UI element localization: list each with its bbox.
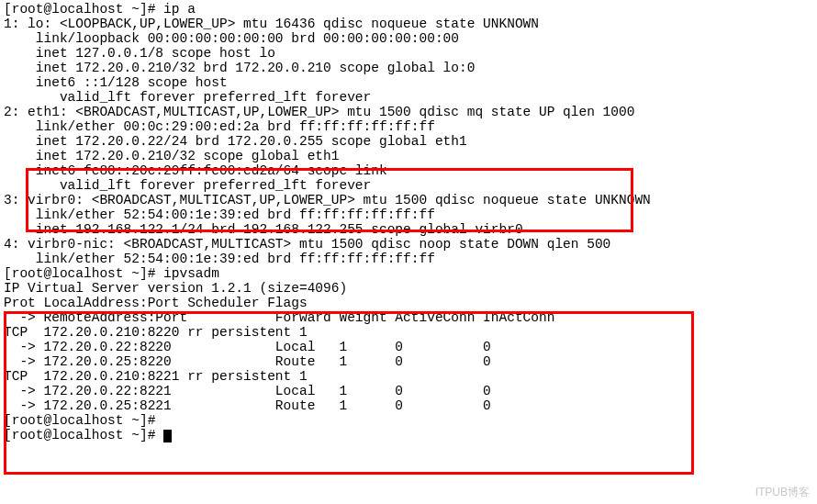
output-line: 3: virbr0: <BROADCAST,MULTICAST,UP,LOWER… (4, 193, 651, 207)
output-line: IP Virtual Server version 1.2.1 (size=40… (4, 281, 347, 296)
output-line: valid_lft forever preferred_lft forever (4, 90, 371, 105)
command-text: ip a (163, 2, 196, 17)
output-line: inet 172.20.0.210/32 brd 172.20.0.210 sc… (4, 61, 475, 75)
output-line: inet 192.168.122.1/24 brd 192.168.122.25… (4, 222, 523, 237)
terminal-output: [root@localhost ~]# ip a 1: lo: <LOOPBAC… (0, 0, 817, 442)
output-line: valid_lft forever preferred_lft forever (4, 178, 371, 193)
output-line: inet 127.0.0.1/8 scope host lo (4, 46, 275, 61)
output-line: -> 172.20.0.22:8221 Local 1 0 0 (4, 384, 491, 398)
output-line: inet 172.20.0.22/24 brd 172.20.0.255 sco… (4, 134, 467, 149)
watermark: ITPUB博客 (755, 485, 810, 500)
output-line: -> 172.20.0.25:8220 Route 1 0 0 (4, 354, 491, 369)
output-line: -> 172.20.0.25:8221 Route 1 0 0 (4, 398, 491, 413)
output-line: 1: lo: <LOOPBACK,UP,LOWER_UP> mtu 16436 … (4, 17, 539, 31)
output-line: TCP 172.20.0.210:8221 rr persistent 1 (4, 369, 308, 384)
cursor-icon (163, 430, 172, 442)
output-line: link/ether 52:54:00:1e:39:ed brd ff:ff:f… (4, 252, 435, 266)
output-line: link/loopback 00:00:00:00:00:00 brd 00:0… (4, 31, 459, 46)
output-line: link/ether 00:0c:29:00:ed:2a brd ff:ff:f… (4, 119, 435, 134)
output-line: link/ether 52:54:00:1e:39:ed brd ff:ff:f… (4, 207, 435, 222)
output-line: TCP 172.20.0.210:8220 rr persistent 1 (4, 325, 308, 340)
output-line: inet6 ::1/128 scope host (4, 75, 228, 90)
command-text: ipvsadm (163, 266, 219, 281)
output-line: 4: virbr0-nic: <BROADCAST,MULTICAST> mtu… (4, 237, 610, 252)
output-line: -> RemoteAddress:Port Forward Weight Act… (4, 310, 554, 325)
output-line: inet6 fe80::20c:29ff:fe00:ed2a/64 scope … (4, 163, 387, 178)
output-line: Prot LocalAddress:Port Scheduler Flags (4, 296, 308, 310)
prompt: [root@localhost ~]# (4, 266, 163, 281)
prompt[interactable]: [root@localhost ~]# (4, 428, 163, 442)
output-line: inet 172.20.0.210/32 scope global eth1 (4, 149, 339, 163)
output-line: 2: eth1: <BROADCAST,MULTICAST,UP,LOWER_U… (4, 105, 634, 119)
prompt: [root@localhost ~]# (4, 2, 163, 17)
prompt: [root@localhost ~]# (4, 413, 155, 428)
output-line: -> 172.20.0.22:8220 Local 1 0 0 (4, 340, 491, 354)
